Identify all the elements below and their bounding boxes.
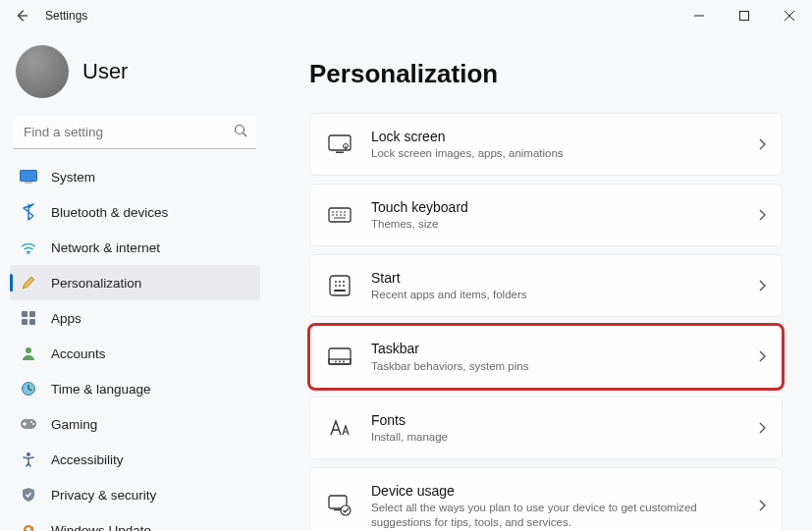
- svg-point-12: [30, 421, 32, 423]
- search-icon: [233, 123, 248, 138]
- title-bar: Settings: [0, 0, 812, 31]
- sidebar-item-label: Bluetooth & devices: [51, 205, 168, 220]
- sidebar-item-privacy[interactable]: Privacy & security: [10, 477, 260, 512]
- svg-rect-3: [25, 183, 32, 184]
- sidebar-item-label: Personalization: [51, 276, 141, 291]
- sidebar-item-label: Accessibility: [51, 452, 124, 467]
- page-title: Personalization: [309, 59, 783, 89]
- user-profile[interactable]: User: [16, 45, 254, 98]
- chevron-right-icon: [758, 350, 766, 362]
- svg-rect-8: [29, 319, 35, 325]
- card-subtitle: Select all the ways you plan to use your…: [371, 501, 748, 530]
- main-content: Personalization Lock screen Lock screen …: [270, 31, 812, 531]
- privacy-icon: [20, 486, 37, 504]
- sidebar-item-label: Network & internet: [51, 240, 160, 255]
- card-title: Start: [371, 269, 748, 287]
- card-subtitle: Install, manage: [371, 430, 748, 445]
- sidebar-item-label: Gaming: [51, 417, 97, 432]
- lock-screen-icon: [326, 131, 353, 158]
- gaming-icon: [20, 415, 37, 433]
- nav-list: System Bluetooth & devices Network & int…: [10, 159, 260, 531]
- accessibility-icon: [20, 451, 37, 468]
- sidebar-item-accounts[interactable]: Accounts: [10, 336, 260, 371]
- time-icon: [20, 380, 37, 398]
- card-subtitle: Themes, size: [371, 217, 748, 232]
- svg-rect-0: [740, 12, 749, 21]
- chevron-right-icon: [758, 138, 766, 150]
- maximize-button[interactable]: [722, 0, 767, 31]
- svg-rect-6: [29, 311, 35, 317]
- svg-point-25: [339, 285, 341, 287]
- card-title: Taskbar: [371, 340, 748, 357]
- sidebar-item-label: System: [51, 170, 95, 185]
- card-taskbar[interactable]: Taskbar Taskbar behaviors, system pins: [309, 325, 783, 388]
- device-usage-icon: [326, 492, 353, 519]
- sidebar-item-time[interactable]: Time & language: [10, 371, 260, 406]
- svg-rect-5: [22, 311, 27, 317]
- card-title: Device usage: [371, 482, 748, 500]
- svg-point-26: [343, 285, 345, 287]
- sidebar-item-label: Apps: [51, 311, 81, 326]
- svg-point-13: [32, 423, 34, 425]
- window-title: Settings: [45, 9, 87, 23]
- svg-rect-2: [21, 171, 37, 182]
- svg-point-23: [343, 281, 345, 283]
- svg-point-32: [343, 361, 345, 363]
- sidebar-item-label: Accounts: [51, 346, 106, 361]
- svg-point-21: [335, 281, 337, 283]
- start-icon: [326, 272, 353, 299]
- chevron-right-icon: [758, 500, 766, 511]
- sidebar-item-bluetooth[interactable]: Bluetooth & devices: [10, 194, 260, 230]
- svg-point-14: [27, 452, 30, 456]
- card-lock-screen[interactable]: Lock screen Lock screen images, apps, an…: [309, 113, 783, 176]
- svg-point-24: [335, 285, 337, 287]
- accounts-icon: [20, 345, 37, 362]
- card-fonts[interactable]: Fonts Install, manage: [309, 397, 783, 459]
- svg-rect-7: [22, 319, 27, 325]
- sidebar-item-label: Time & language: [51, 382, 151, 397]
- bluetooth-icon: [20, 203, 37, 221]
- sidebar-item-network[interactable]: Network & internet: [10, 230, 260, 265]
- card-title: Lock screen: [371, 128, 748, 145]
- sidebar-item-gaming[interactable]: Gaming: [10, 406, 260, 442]
- card-touch-keyboard[interactable]: Touch keyboard Themes, size: [309, 184, 783, 246]
- card-start[interactable]: Start Recent apps and items, folders: [309, 254, 783, 317]
- svg-point-30: [335, 361, 337, 363]
- keyboard-icon: [326, 201, 353, 229]
- close-button[interactable]: [767, 0, 812, 31]
- personalization-icon: [20, 274, 37, 292]
- svg-rect-27: [334, 290, 346, 292]
- svg-point-9: [26, 347, 31, 353]
- system-icon: [20, 168, 37, 186]
- minimize-button[interactable]: [677, 0, 722, 31]
- svg-point-1: [236, 126, 244, 134]
- sidebar: User System Bluetooth & devices Network …: [0, 31, 270, 531]
- apps-icon: [20, 309, 37, 327]
- svg-point-35: [341, 505, 351, 515]
- taskbar-icon: [326, 343, 353, 370]
- card-device-usage[interactable]: Device usage Select all the ways you pla…: [309, 467, 783, 531]
- svg-point-31: [339, 361, 341, 363]
- card-subtitle: Lock screen images, apps, animations: [371, 146, 748, 161]
- svg-rect-16: [336, 152, 344, 154]
- avatar: [16, 45, 69, 98]
- card-subtitle: Taskbar behaviors, system pins: [371, 359, 748, 374]
- chevron-right-icon: [758, 209, 766, 221]
- sidebar-item-update[interactable]: Windows Update: [10, 512, 260, 531]
- sidebar-item-personalization[interactable]: Personalization: [10, 265, 260, 300]
- svg-point-22: [339, 281, 341, 283]
- sidebar-item-label: Windows Update: [51, 523, 151, 532]
- user-name: User: [82, 59, 128, 84]
- back-button[interactable]: [10, 4, 33, 27]
- sidebar-item-system[interactable]: System: [10, 159, 260, 194]
- search-input[interactable]: [14, 116, 256, 149]
- search-container: [14, 116, 256, 149]
- card-title: Touch keyboard: [371, 198, 748, 216]
- network-icon: [20, 239, 37, 256]
- svg-rect-18: [345, 146, 346, 148]
- card-title: Fonts: [371, 411, 748, 429]
- sidebar-item-apps[interactable]: Apps: [10, 300, 260, 336]
- sidebar-item-accessibility[interactable]: Accessibility: [10, 442, 260, 477]
- chevron-right-icon: [758, 422, 766, 434]
- card-subtitle: Recent apps and items, folders: [371, 288, 748, 302]
